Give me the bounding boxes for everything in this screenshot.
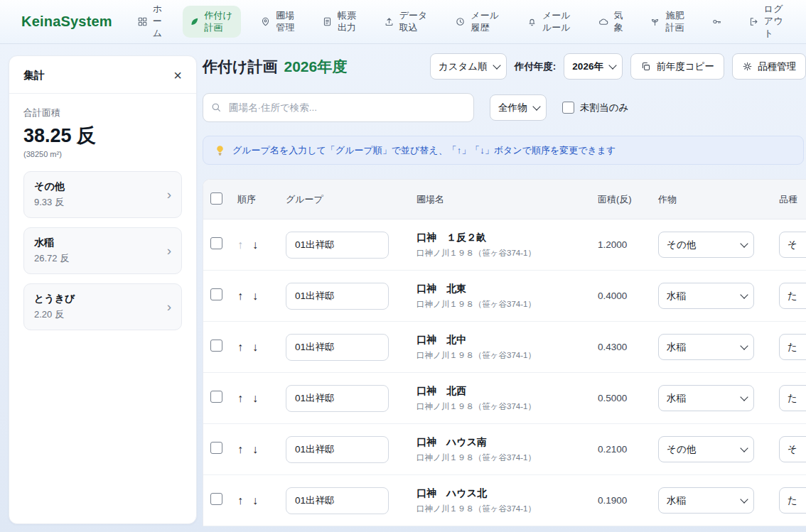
field-name: 口神 北西 <box>417 385 594 398</box>
field-address: 口神ノ川１９８（笹ヶ谷374-1） <box>417 401 594 412</box>
column-field-name: 圃場名 <box>414 193 594 206</box>
unassigned-only-toggle[interactable]: 未割当のみ <box>562 102 628 114</box>
nav-item-field-management[interactable]: 圃場管理 <box>254 6 302 38</box>
crop-select[interactable]: その他 <box>658 436 754 462</box>
leaf-icon <box>189 16 200 27</box>
column-area: 面積(反) <box>594 194 632 205</box>
group-input[interactable] <box>286 334 389 361</box>
row-checkbox[interactable] <box>210 340 222 352</box>
crop-select[interactable]: 水稲 <box>658 334 754 360</box>
crop-name: 水稲 <box>34 237 69 249</box>
table-row: ↑ ↓ 口神 １反２畝 口神ノ川１９８（笹ヶ谷374-1） 1.2000 その他… <box>203 219 806 271</box>
crop-filter-select[interactable]: 全作物 <box>490 94 547 121</box>
move-down-button[interactable]: ↓ <box>252 342 258 353</box>
sprout-icon <box>650 16 660 27</box>
cloud-icon <box>598 16 609 27</box>
row-checkbox[interactable] <box>210 288 222 300</box>
search-input[interactable] <box>203 93 474 122</box>
field-address: 口神ノ川１９８（笹ヶ谷374-1） <box>417 299 594 310</box>
field-address: 口神ノ川１９８（笹ヶ谷374-1） <box>417 248 594 259</box>
nav-item-fertilizer-plan[interactable]: 施肥計画 <box>643 6 692 38</box>
page-year-badge: 2026年度 <box>284 57 348 77</box>
move-up-button[interactable]: ↑ <box>237 393 243 404</box>
variety-select[interactable]: た <box>779 283 806 309</box>
row-checkbox[interactable] <box>210 391 222 403</box>
app-logo[interactable]: KeinaSystem <box>21 13 112 30</box>
row-checkbox[interactable] <box>210 442 222 454</box>
close-icon[interactable]: × <box>173 68 182 82</box>
move-down-button[interactable]: ↓ <box>252 291 258 302</box>
move-up-button[interactable]: ↑ <box>237 239 243 251</box>
nav-item-mail-history[interactable]: メール履歴 <box>448 6 507 38</box>
variety-select[interactable]: そ <box>779 436 806 462</box>
field-area: 0.4000 <box>594 291 658 301</box>
table-row: ↑ ↓ 口神 北中 口神ノ川１９８（笹ヶ谷374-1） 0.4300 水稲 た <box>203 322 806 373</box>
search-icon <box>210 102 222 113</box>
move-down-button[interactable]: ↓ <box>252 444 258 455</box>
field-name: 口神 ハウス北 <box>417 487 594 500</box>
select-all-checkbox[interactable] <box>210 192 222 205</box>
move-down-button[interactable]: ↓ <box>252 393 258 404</box>
unassigned-only-checkbox[interactable] <box>562 102 574 114</box>
table-row: ↑ ↓ 口神 ハウス南 口神ノ川１９８（笹ヶ谷374-1） 0.2100 その他… <box>203 424 806 475</box>
move-up-button[interactable]: ↑ <box>237 444 243 455</box>
crop-summary-card[interactable]: その他 9.33 反 › <box>23 171 182 218</box>
move-down-button[interactable]: ↓ <box>252 239 258 251</box>
field-area: 0.2100 <box>594 444 658 455</box>
group-input[interactable] <box>286 436 389 463</box>
crop-summary-card[interactable]: とうきび 2.20 反 › <box>23 283 182 330</box>
field-area: 1.2000 <box>594 239 658 250</box>
planting-year-select[interactable]: 2026年 <box>564 53 623 80</box>
planting-year-select-wrap: 2026年 <box>564 53 623 80</box>
history-icon <box>455 16 466 27</box>
upload-icon <box>384 16 394 27</box>
copy-previous-year-button[interactable]: 前年度コピー <box>630 53 724 80</box>
row-checkbox[interactable] <box>210 237 222 249</box>
variety-select[interactable]: そ <box>779 232 806 258</box>
gear-icon <box>742 61 753 72</box>
variety-select[interactable]: た <box>779 487 806 514</box>
sort-order-select[interactable]: カスタム順 <box>430 53 507 80</box>
nav-item-planting-plan[interactable]: 作付け計画 <box>183 6 241 38</box>
crop-select[interactable]: 水稲 <box>658 283 754 309</box>
field-area: 0.1900 <box>594 495 658 506</box>
total-area-m2: (38250 m²) <box>23 150 182 158</box>
nav-item-logout[interactable]: ログアウト <box>742 0 790 44</box>
group-input[interactable] <box>286 385 389 412</box>
crop-select[interactable]: 水稲 <box>658 385 754 411</box>
chevron-right-icon: › <box>167 243 171 259</box>
total-area-value: 38.25 反 <box>23 123 182 148</box>
row-checkbox[interactable] <box>210 493 222 505</box>
chevron-right-icon: › <box>167 187 171 202</box>
variety-select[interactable]: た <box>779 334 806 360</box>
field-address: 口神ノ川１９８（笹ヶ谷374-1） <box>417 452 594 463</box>
key-icon <box>711 16 722 27</box>
move-up-button[interactable]: ↑ <box>237 495 243 506</box>
logout-icon <box>748 16 759 27</box>
nav-item-weather[interactable]: 気象 <box>592 6 630 38</box>
nav-item-home[interactable]: ホーム <box>131 0 169 44</box>
nav-item-key[interactable] <box>705 12 729 31</box>
move-up-button[interactable]: ↑ <box>237 291 243 302</box>
info-banner-text: グループ名を入力して「グループ順」で並び替え、「↑」「↓」ボタンで順序を変更でき… <box>232 144 616 157</box>
move-up-button[interactable]: ↑ <box>237 342 243 353</box>
variety-management-button[interactable]: 品種管理 <box>732 53 806 80</box>
table-row: ↑ ↓ 口神 北西 口神ノ川１９８（笹ヶ谷374-1） 0.5000 水稲 た <box>203 373 806 424</box>
crop-select[interactable]: 水稲 <box>658 487 754 514</box>
planting-year-label: 作付年度: <box>515 60 557 73</box>
nav-item-data-import[interactable]: データ取込 <box>377 6 436 38</box>
table-header: 順序 グループ 圃場名 面積(反) 作物 品種 <box>203 180 806 219</box>
crop-select[interactable]: その他 <box>658 232 754 258</box>
field-address: 口神ノ川１９８（笹ヶ谷374-1） <box>417 350 594 361</box>
move-down-button[interactable]: ↓ <box>252 495 258 506</box>
group-input[interactable] <box>286 232 389 259</box>
variety-select[interactable]: た <box>779 385 806 411</box>
nav-item-mail-rules[interactable]: メールルール <box>520 6 579 38</box>
group-input[interactable] <box>286 487 389 514</box>
field-name: 口神 北中 <box>417 334 594 347</box>
column-order: 順序 <box>229 193 286 206</box>
nav-item-report-output[interactable]: 帳票出力 <box>316 6 364 38</box>
crop-summary-card[interactable]: 水稲 26.72 反 › <box>23 227 182 274</box>
nav-menu: ホーム 作付け計画 圃場管理 帳票出力 データ取込 メール履歴 メールルール 気… <box>131 0 790 44</box>
group-input[interactable] <box>286 283 389 310</box>
